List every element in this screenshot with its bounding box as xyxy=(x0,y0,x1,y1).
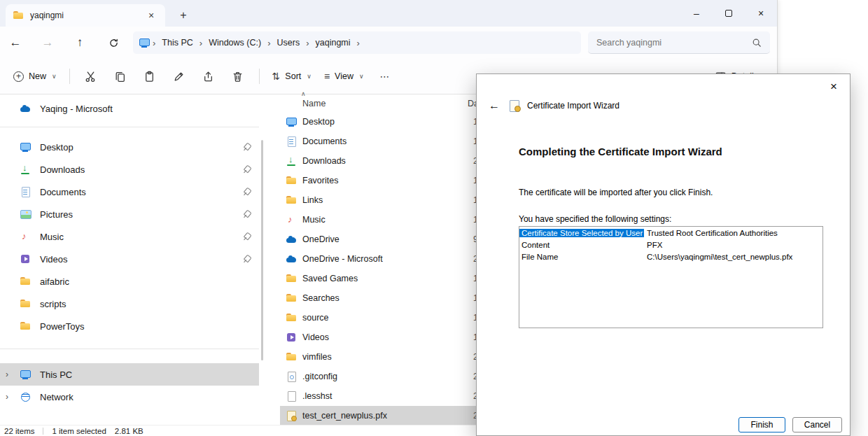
minimize-button[interactable]: – xyxy=(680,0,713,27)
dialog-close-button[interactable]: × xyxy=(823,78,844,96)
sidebar-item-network[interactable]: ›Network xyxy=(0,386,259,408)
sort-ascending-icon: ∧ xyxy=(301,90,306,97)
item-count: 22 items xyxy=(4,427,34,435)
sidebar-item-yaqing-microsoft[interactable]: Yaqing - Microsoft xyxy=(0,97,259,120)
sidebar-item-label: Yaqing - Microsoft xyxy=(40,104,113,114)
toolbar-divider xyxy=(69,69,70,84)
sort-button[interactable]: ⇅ Sort ∨ xyxy=(266,66,318,87)
finish-button[interactable]: Finish xyxy=(738,417,785,433)
setting-row-file-name[interactable]: File NameC:\Users\yaqingmi\test_cert_new… xyxy=(519,251,822,262)
sidebar-item-label: Downloads xyxy=(40,164,85,175)
copy-button[interactable] xyxy=(106,65,135,87)
folder-icon xyxy=(20,276,31,287)
setting-row-certificate-store-selected-by-user[interactable]: Certificate Store Selected by UserTruste… xyxy=(519,227,822,239)
setting-key: Certificate Store Selected by User xyxy=(519,229,644,237)
breadcrumb[interactable]: ›This PC›Windows (C:)›Users›yaqingmi› xyxy=(133,31,581,54)
sidebar-item-documents[interactable]: Documents xyxy=(0,181,259,203)
explorer-tab[interactable]: yaqingmi × xyxy=(6,4,165,27)
new-tab-button[interactable]: + xyxy=(174,6,193,25)
sidebar-item-downloads[interactable]: Downloads xyxy=(0,158,259,181)
tab-title: yaqingmi xyxy=(30,10,138,20)
view-button[interactable]: ≡ View ∨ xyxy=(318,66,370,87)
sidebar-item-label: This PC xyxy=(40,370,72,380)
cloud-icon xyxy=(286,253,297,265)
dialog-back-button[interactable]: ← xyxy=(486,99,502,112)
more-icon: ⋯ xyxy=(380,71,390,82)
refresh-button[interactable] xyxy=(102,32,125,53)
computer-icon xyxy=(139,37,150,48)
sidebar-item-powertoys[interactable]: PowerToys xyxy=(0,315,259,337)
dialog-title: Completing the Certificate Import Wizard xyxy=(519,146,722,157)
cut-button[interactable] xyxy=(76,65,106,87)
back-button[interactable]: ← xyxy=(4,32,27,53)
column-header-name[interactable]: Name xyxy=(302,99,468,108)
folder-icon xyxy=(20,298,31,309)
setting-key: Content xyxy=(519,241,644,249)
share-button[interactable] xyxy=(194,65,223,87)
certificate-import-wizard-dialog: × ← Certificate Import Wizard Completing… xyxy=(476,73,850,436)
file-name: Desktop xyxy=(302,117,468,127)
sidebar-item-videos[interactable]: Videos xyxy=(0,248,259,270)
more-options-button[interactable]: ⋯ xyxy=(370,65,400,87)
downloads-icon xyxy=(20,164,31,175)
view-button-label: View xyxy=(335,71,354,81)
sidebar-item-scripts[interactable]: scripts xyxy=(0,293,259,315)
sidebar-item-label: Documents xyxy=(40,187,86,197)
sidebar-item-label: PowerToys xyxy=(40,321,85,332)
pin-icon xyxy=(241,231,253,243)
maximize-button[interactable] xyxy=(713,0,745,27)
sidebar-item-music[interactable]: Music xyxy=(0,225,259,248)
rename-button[interactable] xyxy=(164,65,194,87)
sidebar-item-pictures[interactable]: Pictures xyxy=(0,203,259,225)
toolbar-divider xyxy=(259,69,260,84)
sidebar-divider xyxy=(0,127,259,127)
settings-label: You have specified the following setting… xyxy=(519,214,671,224)
breadcrumb-windows-c[interactable]: Windows (C:) xyxy=(205,36,265,49)
desktop-icon xyxy=(20,141,31,153)
forward-button[interactable]: → xyxy=(36,32,59,53)
status-divider xyxy=(43,428,43,435)
delete-button[interactable] xyxy=(223,65,253,87)
music-icon xyxy=(20,231,31,242)
close-button[interactable]: × xyxy=(745,0,777,27)
tab-close-icon[interactable]: × xyxy=(144,8,158,22)
share-icon xyxy=(202,71,214,83)
sidebar-item-desktop[interactable]: Desktop xyxy=(0,136,259,158)
doc-icon xyxy=(20,186,31,197)
cancel-button[interactable]: Cancel xyxy=(792,417,842,433)
view-icon: ≡ xyxy=(324,71,330,82)
search-input[interactable] xyxy=(596,38,752,48)
music-icon xyxy=(286,214,297,225)
plus-icon: + xyxy=(13,71,24,82)
breadcrumb-this-pc[interactable]: This PC xyxy=(158,36,196,49)
new-button[interactable]: + New ∨ xyxy=(7,66,63,87)
paste-button[interactable] xyxy=(135,65,164,87)
chevron-right-icon[interactable]: › xyxy=(6,392,8,402)
search-box[interactable] xyxy=(588,31,770,54)
new-button-label: New xyxy=(29,71,46,81)
breadcrumb-users[interactable]: Users xyxy=(274,36,304,49)
doc-icon xyxy=(286,136,297,147)
sidebar-item-aifabric[interactable]: aifabric xyxy=(0,270,259,293)
sort-icon: ⇅ xyxy=(272,71,281,82)
chevron-right-icon[interactable]: › xyxy=(6,370,8,379)
setting-row-content[interactable]: ContentPFX xyxy=(519,239,822,251)
breadcrumb-yaqingmi[interactable]: yaqingmi xyxy=(312,36,354,49)
sidebar-item-this-pc[interactable]: ›This PC xyxy=(0,363,259,386)
settings-table[interactable]: Certificate Store Selected by UserTruste… xyxy=(519,226,823,328)
certificate-wizard-icon xyxy=(508,99,521,112)
chevron-right-icon: › xyxy=(303,38,312,48)
file-name: OneDrive - Microsoft xyxy=(302,254,468,264)
setting-value: Trusted Root Certification Authorities xyxy=(644,229,780,237)
sidebar-item-label: Videos xyxy=(40,254,68,265)
desktop-icon xyxy=(20,369,31,380)
network-icon xyxy=(20,391,31,402)
file-name: source xyxy=(302,313,468,323)
sidebar-divider xyxy=(0,349,259,349)
cert-icon xyxy=(286,410,297,421)
sidebar-scrollbar[interactable] xyxy=(261,140,263,360)
desktop-icon xyxy=(286,116,297,127)
chevron-right-icon: › xyxy=(150,38,158,48)
pin-icon xyxy=(241,253,253,265)
up-button[interactable]: ↑ xyxy=(69,32,91,53)
